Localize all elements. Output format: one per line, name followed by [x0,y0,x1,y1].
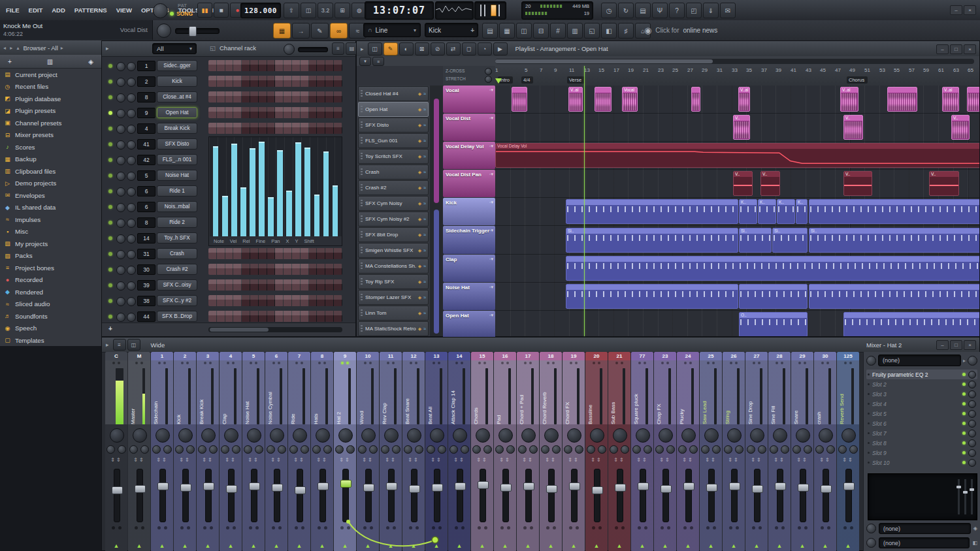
waveform-icon[interactable]: ≈ [423,248,426,253]
pan-knob[interactable] [773,428,787,443]
step-sequencer[interactable] [208,107,342,118]
mixer-strip-body[interactable]: Bassline ⇕⇕ ▲ [585,360,608,551]
channel-button[interactable]: Sidec..gger [157,60,197,71]
mixer-strip-body[interactable]: Beat All ⇕⇕ ▲ [425,360,448,551]
playlist-clip[interactable] [691,87,700,112]
mixer-strip-number[interactable]: 4 [220,352,242,360]
volume-fader[interactable] [823,469,829,522]
eq-knob[interactable] [758,445,766,454]
playlist-clip[interactable] [843,312,979,336]
channel-pan-knob[interactable] [116,297,125,306]
mixer-strip-body[interactable]: Kick ⇕⇕ ▲ [174,360,196,551]
mixer-strip-name[interactable]: Attack Clap 14 [450,368,458,424]
mixer-strip-name[interactable]: Noise Cymbal [267,368,275,424]
picker-item[interactable]: Linn Tom ◈ ≈ [358,306,429,321]
mixer-strip[interactable]: 29 Snare ⇕⇕ [791,352,813,551]
mini-fader[interactable] [958,479,960,514]
graph-target-label[interactable]: Shift [304,238,314,244]
volume-fader[interactable] [388,469,395,522]
select-tool-icon[interactable]: ◻ [462,42,476,55]
step-sequencer[interactable] [208,279,342,291]
channel-volume-knob[interactable] [127,281,136,291]
stretch-knob[interactable] [485,76,492,83]
menu-item[interactable]: ADD [47,7,70,14]
track-header[interactable]: Kick ◦▾ [443,198,495,225]
master-pitch-slider[interactable] [175,28,220,34]
route-arrows[interactable]: ⇕⇕ [517,457,539,463]
fader-handle[interactable] [592,486,603,494]
eq-knob[interactable] [666,445,675,454]
pan-knob[interactable] [498,428,513,443]
pan-knob[interactable] [110,428,124,443]
browser-add-icon[interactable]: + [8,58,12,65]
save-icon[interactable]: ◰ [686,3,702,18]
browser-item[interactable]: ◆ IL shared data [0,202,101,214]
channel-pan-knob[interactable] [116,203,125,212]
playlist-clip[interactable] [967,87,979,112]
stereo-sep-knob[interactable] [564,445,572,454]
track-options-icon[interactable]: ◦▾ [489,313,493,318]
velocity-bar[interactable] [231,144,237,236]
browser-item[interactable]: ◉ Speech [0,323,101,335]
timeline-marker[interactable]: Chorus [847,76,868,84]
stereo-sep-knob[interactable] [587,445,595,454]
countdown-icon[interactable]: ◷ [601,3,617,18]
mixer-strip-number[interactable]: 77 [631,352,653,360]
fx-route-arrow[interactable]: ▲ [265,543,287,549]
playlist-clip[interactable] [566,284,738,309]
overdub-icon[interactable]: ◫ [301,3,316,18]
mixer-menu-icon[interactable]: ≡ [113,339,126,351]
stereo-sep-knob[interactable] [495,445,504,454]
browser-refresh-icon[interactable]: ◈ [88,58,93,65]
channel-pan-knob[interactable] [116,125,125,134]
route-arrows[interactable]: ⇕⇕ [265,457,287,463]
channel-pan-knob[interactable] [116,250,125,259]
eq-knob[interactable] [346,445,355,454]
fx-route-arrow[interactable]: ▲ [220,543,242,549]
channel-button[interactable]: Open Hat [157,107,197,118]
mixer-strip-name[interactable]: Sine Fill [770,368,778,424]
fx-route-arrow[interactable]: ▲ [814,543,836,549]
mixer-strip-body[interactable]: Break Kick ⇕⇕ ▲ [197,360,219,551]
playlist-clip[interactable]: V.. [929,171,959,196]
browser-title[interactable]: Browser - All [24,44,58,52]
pan-knob[interactable] [247,428,261,443]
mixer-strip-name[interactable]: Hat 2 [336,368,344,424]
fader-handle[interactable] [318,482,329,490]
eq-knob[interactable] [186,445,195,454]
stereo-sep-knob[interactable] [289,445,298,454]
route-arrows[interactable]: ⇕⇕ [585,457,608,463]
waveform-icon[interactable]: ≈ [423,279,426,284]
fader-handle[interactable] [340,480,351,488]
mixer-strip[interactable]: 15 Chords ⇕⇕ [471,352,493,551]
channel-enable-led[interactable] [108,111,112,115]
route-arrows[interactable]: ⇕⇕ [311,457,333,463]
fader-handle[interactable] [661,485,672,493]
stereo-sep-knob[interactable] [610,445,618,454]
channel-button[interactable]: Ride 1 [157,185,197,197]
fx-route-arrow[interactable]: ▲ [197,543,219,549]
fader-handle[interactable] [455,482,466,490]
pan-knob[interactable] [155,428,170,443]
mixer-strip-name[interactable]: Rev Clap [382,368,389,424]
mixer-strip-number[interactable]: 125 [837,352,859,360]
playlist-clip[interactable] [512,87,527,112]
fader-handle[interactable] [363,484,374,492]
wait-input-icon[interactable]: ↻ [618,3,634,18]
channel-button[interactable]: Noise Hat [157,170,197,181]
fx-enable-led[interactable] [962,461,966,464]
volume-fader[interactable] [114,469,120,522]
wrench-icon[interactable]: ◈ [418,295,421,300]
mixer-strip-body[interactable]: Clap ⇕⇕ ▲ [220,360,242,551]
fader-handle[interactable] [546,485,557,493]
pan-knob[interactable] [293,428,307,443]
mixer-strip[interactable]: 19 Chord FX ⇕⇕ [563,352,585,551]
mixer-strip-number[interactable]: 18 [540,352,562,360]
mixer-strip-number[interactable]: 20 [585,352,608,360]
channel-enable-led[interactable] [108,174,112,178]
channel-volume-knob[interactable] [127,234,136,244]
mixer-strip[interactable]: 5 Noise Hat ⇕⇕ [242,352,265,551]
mixer-strip-name[interactable]: Break Kick [199,368,206,424]
channel-volume-knob[interactable] [127,313,136,322]
route-arrows[interactable]: ⇕⇕ [288,457,310,463]
